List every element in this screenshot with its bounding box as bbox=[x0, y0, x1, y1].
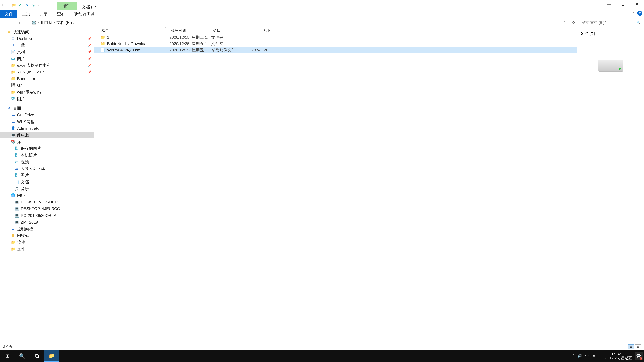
up-button[interactable]: ↑ bbox=[24, 20, 30, 25]
file-rows: 📁12020/12/15, 星期二 1...文件夹📁BaiduNetdiskDo… bbox=[94, 34, 577, 53]
tree-item[interactable]: 👤Administrator bbox=[0, 125, 94, 132]
tree-item[interactable]: 📁YUNQISHI2019📌 bbox=[0, 69, 94, 75]
status-item-count: 3 个项目 bbox=[3, 344, 17, 349]
tree-item[interactable]: 📁excel表格制作求和📌 bbox=[0, 62, 94, 69]
window-title: 文档 (E:) bbox=[78, 4, 102, 10]
tree-item[interactable]: 🖼图片 bbox=[0, 95, 94, 102]
action-center-button[interactable]: 💬 3 bbox=[634, 352, 643, 360]
breadcrumb-sep[interactable]: › bbox=[73, 20, 75, 25]
tree-item[interactable]: 📚库 bbox=[0, 138, 94, 145]
tree-item-icon: ☁ bbox=[11, 113, 16, 117]
breadcrumb-sep[interactable]: › bbox=[54, 20, 55, 25]
tab-file[interactable]: 文件 bbox=[0, 10, 18, 18]
refresh-button[interactable]: ⟳ bbox=[569, 20, 578, 25]
check-icon[interactable]: ✔ bbox=[18, 2, 23, 7]
tab-view[interactable]: 查看 bbox=[52, 10, 70, 18]
breadcrumb-location[interactable]: 文档 (E:) bbox=[56, 20, 72, 25]
tab-home[interactable]: 主页 bbox=[18, 10, 35, 18]
folder-icon[interactable]: 📁 bbox=[12, 2, 16, 7]
ribbon-collapse-chevron-icon[interactable]: ˅ bbox=[633, 11, 634, 16]
start-button[interactable]: ⊞ bbox=[0, 350, 15, 362]
column-name[interactable]: 名称 ˄ bbox=[94, 28, 170, 33]
tree-item[interactable]: 💻此电脑 bbox=[0, 132, 94, 138]
tree-item[interactable]: ★快速访问 bbox=[0, 28, 94, 35]
history-dropdown[interactable]: ▾ bbox=[17, 20, 22, 25]
volume-icon[interactable]: 🔊 bbox=[578, 354, 582, 358]
search-icon[interactable]: 🔍 bbox=[635, 21, 642, 25]
tree-item[interactable]: 📁win7重装win7 bbox=[0, 89, 94, 95]
address-bar[interactable]: 💽 › 此电脑 › 文档 (E:) › bbox=[32, 20, 76, 25]
back-button[interactable]: ← bbox=[2, 20, 8, 25]
navigation-tree[interactable]: ★快速访问🖥Desktop📌⬇下载📌📄文档📌🖼图片📌📁excel表格制作求和📌📁… bbox=[0, 27, 94, 343]
pin-icon: 📌 bbox=[88, 57, 92, 60]
tree-item[interactable]: 💻DESKTOP-LSSOEDP bbox=[0, 199, 94, 205]
tree-item-label: 回收站 bbox=[17, 233, 29, 238]
qat-command[interactable]: ✕ bbox=[24, 2, 29, 7]
view-icons-button[interactable]: ▦ bbox=[635, 345, 641, 349]
tree-item[interactable]: 📁文件 bbox=[0, 246, 94, 252]
view-details-button[interactable]: ☰ bbox=[628, 345, 634, 349]
tree-item[interactable]: 🖼本机照片 bbox=[0, 152, 94, 159]
tree-item[interactable]: 💻ZMT2019 bbox=[0, 219, 94, 226]
search-input[interactable] bbox=[580, 19, 634, 26]
breadcrumb-this-pc[interactable]: 此电脑 bbox=[40, 20, 52, 25]
tree-item[interactable]: 🎵音乐 bbox=[0, 185, 94, 192]
tree-item-icon: ⬇ bbox=[11, 43, 16, 48]
tray-overflow-icon[interactable]: ˄ bbox=[572, 354, 574, 358]
breadcrumb-sep[interactable]: › bbox=[38, 20, 39, 25]
tree-item[interactable]: 💾G:\ bbox=[0, 82, 94, 89]
tree-item-label: Desktop bbox=[17, 36, 32, 41]
tree-item[interactable]: 📄文档📌 bbox=[0, 49, 94, 55]
tree-item[interactable]: 🗑回收站 bbox=[0, 232, 94, 239]
file-icon: 📁 bbox=[100, 41, 105, 46]
tree-item[interactable]: 📁Bandicam bbox=[0, 75, 94, 82]
ime-indicator[interactable]: 中 bbox=[585, 354, 589, 359]
tree-item[interactable]: 🖥Desktop📌 bbox=[0, 35, 94, 42]
column-date[interactable]: 修改日期 bbox=[170, 28, 211, 33]
qat-dropdown[interactable]: ▾ bbox=[37, 3, 40, 6]
tree-item-icon: ⚙ bbox=[11, 227, 16, 231]
mail-tray-icon[interactable]: ✉ bbox=[592, 354, 595, 358]
tree-item[interactable]: 🖼保存的图片 bbox=[0, 145, 94, 152]
tree-item-icon: 💻 bbox=[14, 206, 19, 211]
tree-item[interactable]: 💻PC-20190530OBLA bbox=[0, 212, 94, 219]
minimize-button[interactable]: — bbox=[602, 0, 616, 8]
maximize-button[interactable]: □ bbox=[616, 0, 630, 8]
tab-drive-tools[interactable]: 驱动器工具 bbox=[70, 10, 99, 18]
tree-item[interactable]: ☁OneDrive bbox=[0, 112, 94, 118]
tree-item[interactable]: ⚙控制面板 bbox=[0, 226, 94, 232]
forward-button[interactable]: → bbox=[10, 20, 15, 25]
tree-item[interactable]: 🌐网络 bbox=[0, 192, 94, 199]
tree-item[interactable]: ☁天翼云盘下载 bbox=[0, 165, 94, 172]
tab-share[interactable]: 共享 bbox=[35, 10, 52, 18]
tree-item-icon: 🖥 bbox=[11, 36, 16, 41]
taskbar-clock[interactable]: 16:32 2020/12/25, 星期五 bbox=[598, 352, 634, 360]
taskbar-explorer-button[interactable]: 📁 bbox=[44, 350, 59, 362]
tree-item[interactable]: 🖥桌面 bbox=[0, 105, 94, 112]
file-row[interactable]: 📁BaiduNetdiskDownload2020/12/25, 星期五 1..… bbox=[94, 40, 577, 47]
contextual-tab-manage[interactable]: 管理 bbox=[57, 2, 78, 10]
tree-item[interactable]: 🖼图片 bbox=[0, 172, 94, 179]
taskbar-search-button[interactable]: 🔍 bbox=[15, 350, 30, 362]
tree-item-icon: 🖼 bbox=[11, 56, 16, 61]
column-size[interactable]: 大小 bbox=[245, 28, 272, 33]
address-dropdown[interactable]: ˅ bbox=[562, 20, 567, 25]
file-row[interactable]: 📁12020/12/15, 星期二 1...文件夹 bbox=[94, 34, 577, 40]
qat-command-2[interactable]: ◎ bbox=[31, 2, 36, 7]
quick-access-toolbar: 🗔 📁 ✔ ✕ ◎ ▾ bbox=[0, 2, 44, 8]
tree-item[interactable]: 📄文档 bbox=[0, 179, 94, 185]
help-icon[interactable]: ? bbox=[637, 11, 642, 16]
tree-item[interactable]: 📁软件 bbox=[0, 239, 94, 246]
close-button[interactable]: ✕ bbox=[630, 0, 644, 8]
task-view-button[interactable]: ⧉ bbox=[30, 350, 44, 362]
tree-item-label: 本机照片 bbox=[21, 152, 37, 158]
tree-item-icon: ★ bbox=[7, 29, 12, 34]
tree-item[interactable]: 🖼图片📌 bbox=[0, 55, 94, 62]
tree-item[interactable]: ☁WPS网盘 bbox=[0, 118, 94, 125]
qat-separator bbox=[9, 2, 9, 8]
file-row[interactable]: 📄Win7x64_2020.iso2020/12/25, 星期五 1...光盘映… bbox=[94, 47, 577, 53]
column-type[interactable]: 类型 bbox=[211, 28, 245, 33]
tree-item[interactable]: 🎞视频 bbox=[0, 159, 94, 165]
tree-item[interactable]: 💻DESKTOP-NJEU3CG bbox=[0, 205, 94, 212]
tree-item[interactable]: ⬇下载📌 bbox=[0, 42, 94, 49]
